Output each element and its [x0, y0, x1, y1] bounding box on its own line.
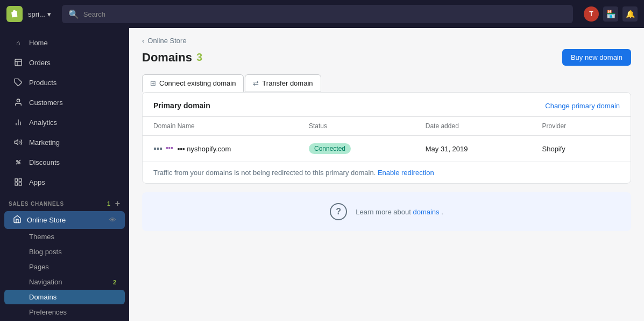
table-header: Domain Name Status Date added Provider — [143, 117, 631, 136]
sidebar: ⌂ Home Orders Products Customers Analy — [0, 28, 129, 321]
sidebar-sub-navigation[interactable]: Navigation 2 — [4, 275, 125, 289]
provider-cell: Shopify — [542, 145, 620, 153]
sidebar-item-home[interactable]: ⌂ Home — [4, 33, 125, 52]
card-header: Primary domain Change primary domain — [143, 93, 631, 117]
tabs-container: ⊞ Connect existing domain ⇄ Transfer dom… — [129, 74, 644, 92]
tab-transfer-domain[interactable]: ⇄ Transfer domain — [245, 74, 321, 92]
sidebar-item-apps[interactable]: Apps — [4, 172, 125, 192]
search-icon: 🔍 — [68, 9, 79, 19]
sidebar-sub-pages[interactable]: Pages — [4, 260, 125, 274]
page-title: Domains — [142, 51, 192, 65]
topbar: spri... ▾ 🔍 T 🏪 🔔 — [0, 0, 644, 28]
page-title-badge: 3 — [196, 51, 202, 64]
shopify-logo — [6, 6, 23, 22]
sales-channels-section: SALES CHANNELS 1 + — [0, 192, 129, 211]
notification-icon[interactable]: 🔔 — [622, 6, 638, 22]
connect-icon: ⊞ — [150, 79, 156, 87]
svg-rect-13 — [19, 179, 22, 182]
help-box: ? Learn more about domains . — [142, 192, 631, 231]
status-cell: Connected — [309, 143, 426, 154]
svg-rect-12 — [15, 179, 18, 182]
help-text: Learn more about domains . — [356, 208, 443, 216]
sidebar-sub-domains[interactable]: Domains — [4, 290, 125, 304]
domain-table: Domain Name Status Date added Provider ▪… — [143, 117, 631, 162]
enable-redirection-link[interactable]: Enable redirection — [378, 169, 434, 177]
col-domain-name: Domain Name — [153, 122, 309, 130]
warning-bar: Traffic from your domains is not being r… — [143, 162, 631, 183]
svg-rect-14 — [19, 183, 22, 185]
orders-icon — [13, 57, 24, 68]
store-icon[interactable]: 🏪 — [603, 6, 618, 22]
primary-domain-card: Primary domain Change primary domain Dom… — [142, 92, 631, 184]
marketing-icon — [13, 137, 24, 148]
status-badge: Connected — [309, 143, 351, 154]
page-title-row: Domains 3 — [142, 51, 202, 65]
svg-point-4 — [17, 99, 19, 102]
products-icon — [13, 77, 24, 88]
sidebar-item-products[interactable]: Products — [4, 73, 125, 92]
search-bar[interactable]: 🔍 — [62, 5, 573, 23]
col-provider: Provider — [542, 122, 620, 130]
add-sales-channel-button[interactable]: + — [115, 199, 121, 208]
store-name-dropdown[interactable]: spri... ▾ — [28, 10, 51, 18]
buy-new-domain-button[interactable]: Buy new domain — [562, 49, 631, 66]
svg-point-9 — [17, 160, 18, 162]
breadcrumb[interactable]: ‹ Online Store — [129, 28, 644, 45]
help-icon: ? — [330, 203, 347, 220]
card-title: Primary domain — [153, 101, 210, 110]
discounts-icon — [13, 157, 24, 168]
svg-rect-15 — [15, 183, 18, 185]
domain-name-cell: ▪▪▪ ▪▪▪ ▪▪▪ nyshopify.com — [153, 144, 309, 153]
avatar[interactable]: T — [584, 6, 599, 22]
svg-marker-8 — [15, 139, 18, 144]
transfer-icon: ⇄ — [253, 79, 259, 87]
eye-icon[interactable]: 👁 — [109, 216, 116, 224]
col-date-added: Date added — [426, 122, 542, 130]
sidebar-item-marketing[interactable]: Marketing — [4, 132, 125, 152]
sidebar-sub-blog-posts[interactable]: Blog posts — [4, 245, 125, 259]
content-area: ‹ Online Store Domains 3 Buy new domain … — [129, 28, 644, 321]
svg-point-10 — [19, 163, 20, 164]
analytics-icon — [13, 117, 24, 128]
breadcrumb-chevron: ‹ — [142, 37, 144, 45]
sidebar-item-customers[interactable]: Customers — [4, 93, 125, 112]
sidebar-item-online-store[interactable]: Online Store 👁 — [4, 211, 125, 229]
home-icon: ⌂ — [13, 37, 24, 48]
tab-connect-domain[interactable]: ⊞ Connect existing domain — [142, 74, 244, 92]
date-added-cell: May 31, 2019 — [426, 145, 542, 153]
page-header: Domains 3 Buy new domain — [129, 45, 644, 74]
apps-icon — [13, 177, 24, 187]
domain-favicon: ▪▪▪ ▪▪▪ — [153, 144, 173, 153]
change-primary-domain-link[interactable]: Change primary domain — [545, 102, 620, 110]
sidebar-item-orders[interactable]: Orders — [4, 53, 125, 72]
main-layout: ⌂ Home Orders Products Customers Analy — [0, 28, 644, 321]
customers-icon — [13, 97, 24, 108]
domain-name-text: ▪▪▪ nyshopify.com — [178, 145, 231, 153]
table-row: ▪▪▪ ▪▪▪ ▪▪▪ nyshopify.com Connected May … — [143, 136, 631, 162]
svg-rect-0 — [15, 59, 22, 66]
domains-help-link[interactable]: domains — [413, 208, 439, 216]
sidebar-sub-preferences[interactable]: Preferences — [4, 305, 125, 319]
chevron-down-icon: ▾ — [47, 10, 51, 18]
online-store-icon — [13, 215, 22, 225]
sidebar-item-discounts[interactable]: Discounts — [4, 152, 125, 172]
sidebar-sub-themes[interactable]: Themes — [4, 229, 125, 244]
breadcrumb-parent[interactable]: Online Store — [147, 37, 186, 45]
topbar-actions: T 🏪 🔔 — [584, 6, 638, 22]
col-status: Status — [309, 122, 426, 130]
sidebar-item-analytics[interactable]: Analytics — [4, 113, 125, 132]
search-input[interactable] — [83, 10, 567, 18]
